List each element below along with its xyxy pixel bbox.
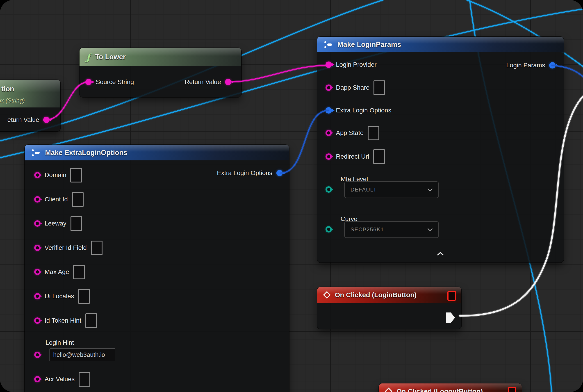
struct-output-pin[interactable] bbox=[549, 62, 556, 68]
pin-label-source-string: Source String bbox=[96, 78, 134, 86]
string-input-pin[interactable] bbox=[326, 130, 332, 136]
chevron-down-icon bbox=[428, 188, 432, 191]
string-input-pin[interactable] bbox=[34, 196, 40, 202]
struct-input-pin[interactable] bbox=[326, 107, 332, 114]
make-struct-icon bbox=[32, 149, 40, 156]
chevron-down-icon bbox=[428, 228, 432, 231]
pin-label-domain: Domain bbox=[44, 172, 66, 179]
node-on-clicked-logout-button[interactable]: On Clicked (LogoutButton) bbox=[379, 384, 522, 392]
node-to-lower-title: To Lower bbox=[95, 53, 126, 61]
node-to-lower-header[interactable]: ƒ To Lower bbox=[80, 48, 241, 66]
enum-input-pin[interactable] bbox=[326, 226, 332, 232]
id-token-hint-checkbox[interactable] bbox=[86, 313, 97, 328]
string-input-pin[interactable] bbox=[34, 172, 40, 178]
max-age-checkbox[interactable] bbox=[73, 265, 85, 279]
node-on-clicked-login-button[interactable]: On Clicked (LoginButton) bbox=[317, 287, 461, 329]
node-make-extra-login-options[interactable]: Make ExtraLoginOptions Extra Login Optio… bbox=[25, 145, 289, 392]
exec-output-pin[interactable] bbox=[446, 312, 455, 323]
pin-label-max-age: Max Age bbox=[44, 268, 69, 276]
make-struct-icon bbox=[324, 41, 333, 48]
string-input-pin[interactable] bbox=[34, 376, 40, 382]
string-input-pin[interactable] bbox=[34, 245, 40, 251]
node-make-extra-login-options-title: Make ExtraLoginOptions bbox=[45, 149, 127, 157]
redirect-url-checkbox[interactable] bbox=[373, 149, 385, 164]
pin-label-redirect-url: Redirect Url bbox=[336, 153, 369, 160]
pin-label-login-params-out: Login Params bbox=[506, 62, 545, 69]
function-icon: ƒ bbox=[86, 52, 90, 62]
pin-label-acr-values: Acr Values bbox=[44, 376, 74, 383]
dapp-share-checkbox[interactable] bbox=[374, 80, 385, 95]
string-input-pin[interactable] bbox=[34, 293, 40, 300]
pin-label-app-state: App State bbox=[336, 129, 364, 136]
pin-label-id-token-hint: Id Token Hint bbox=[44, 317, 81, 324]
app-state-checkbox[interactable] bbox=[368, 126, 379, 140]
login-hint-label: Login Hint bbox=[46, 339, 74, 346]
struct-output-pin[interactable] bbox=[276, 170, 283, 176]
pin-label-login-provider: Login Provider bbox=[336, 61, 377, 68]
node-partial-function[interactable]: tion ox (String) eturn Value bbox=[0, 80, 60, 131]
blueprint-graph-canvas[interactable]: tion ox (String) eturn Value ƒ To Lower … bbox=[0, 0, 583, 392]
string-input-pin[interactable] bbox=[34, 352, 40, 358]
pin-label-return-value-partial: eturn Value bbox=[8, 116, 39, 124]
delegate-pin-icon[interactable] bbox=[508, 387, 516, 392]
string-input-pin[interactable] bbox=[34, 269, 40, 275]
curve-dropdown[interactable]: SECP256K1 bbox=[344, 221, 439, 238]
string-input-pin[interactable] bbox=[326, 84, 332, 91]
string-input-pin[interactable] bbox=[34, 318, 40, 324]
delegate-pin-icon[interactable] bbox=[448, 290, 456, 301]
node-partial-function-title: tion bbox=[1, 85, 14, 93]
node-on-clicked-login-button-header[interactable]: On Clicked (LoginButton) bbox=[317, 287, 461, 303]
curve-value: SECP256K1 bbox=[350, 226, 384, 233]
node-on-clicked-logout-button-header[interactable]: On Clicked (LogoutButton) bbox=[379, 384, 522, 392]
ui-locales-checkbox[interactable] bbox=[78, 289, 90, 304]
pin-label-ui-locales: Ui Locales bbox=[44, 293, 74, 300]
collapse-node-button[interactable] bbox=[436, 252, 444, 256]
string-input-pin[interactable] bbox=[326, 62, 332, 68]
string-input-pin[interactable] bbox=[326, 154, 332, 160]
node-make-login-params[interactable]: Make LoginParams Login Provider Login Pa… bbox=[317, 37, 564, 262]
client-id-checkbox[interactable] bbox=[72, 192, 84, 207]
mfa-level-dropdown[interactable]: DEFAULT bbox=[344, 181, 439, 198]
string-input-pin[interactable] bbox=[34, 220, 40, 227]
node-partial-function-subtitle: ox (String) bbox=[0, 97, 25, 104]
event-icon bbox=[323, 291, 331, 299]
string-output-pin[interactable] bbox=[43, 117, 50, 123]
domain-checkbox[interactable] bbox=[70, 168, 82, 182]
string-input-pin[interactable] bbox=[86, 79, 92, 85]
pin-label-dapp-share: Dapp Share bbox=[336, 84, 370, 91]
login-hint-input[interactable] bbox=[50, 348, 115, 361]
node-make-login-params-header[interactable]: Make LoginParams bbox=[317, 37, 564, 52]
node-make-extra-login-options-header[interactable]: Make ExtraLoginOptions bbox=[25, 145, 289, 160]
verifier-id-field-checkbox[interactable] bbox=[91, 240, 102, 255]
node-on-clicked-login-button-title: On Clicked (LoginButton) bbox=[335, 291, 416, 299]
leeway-checkbox[interactable] bbox=[70, 216, 82, 231]
acr-values-checkbox[interactable] bbox=[78, 372, 90, 386]
node-to-lower[interactable]: ƒ To Lower Source String Return Value bbox=[80, 48, 241, 97]
mfa-level-value: DEFAULT bbox=[350, 186, 377, 193]
pin-label-client-id: Client Id bbox=[44, 196, 68, 203]
node-on-clicked-logout-button-title: On Clicked (LogoutButton) bbox=[396, 388, 483, 392]
node-make-login-params-title: Make LoginParams bbox=[338, 40, 401, 49]
pin-label-extra-login-options-out: Extra Login Options bbox=[217, 170, 272, 177]
pin-label-verifier-id-field: Verifier Id Field bbox=[44, 244, 87, 252]
pin-label-leeway: Leeway bbox=[44, 220, 66, 227]
string-output-pin[interactable] bbox=[225, 79, 231, 85]
pin-label-return-value: Return Value bbox=[185, 78, 221, 86]
pin-label-extra-login-options-in: Extra Login Options bbox=[336, 107, 391, 114]
event-icon bbox=[385, 388, 392, 392]
enum-input-pin[interactable] bbox=[326, 186, 332, 192]
